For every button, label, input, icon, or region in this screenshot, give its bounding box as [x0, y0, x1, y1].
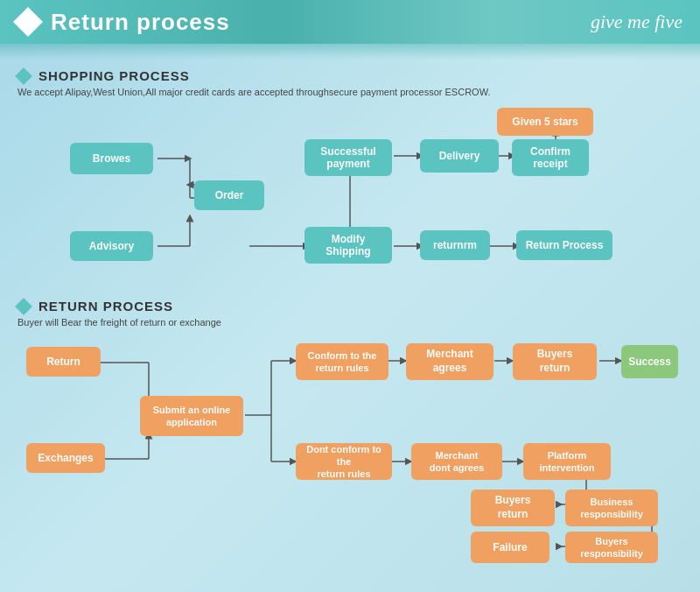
- box-order: Order: [194, 180, 264, 210]
- header: Return process give me five: [0, 0, 700, 44]
- header-icon: [13, 7, 43, 37]
- box-advisory: Advisory: [70, 231, 153, 261]
- box-dont-conform: Dont conform to the return rules: [296, 443, 392, 480]
- box-modify-shipping: Modify Shipping: [304, 227, 392, 264]
- page-title: Return process: [51, 9, 230, 36]
- box-successful-payment: Successful payment: [304, 139, 392, 176]
- box-confirm-receipt: Confirm receipt: [512, 139, 589, 176]
- box-return: Return: [26, 347, 101, 377]
- box-given-5-stars: Given 5 stars: [497, 108, 593, 136]
- box-buyers-return2: Buyers return: [471, 490, 555, 526]
- shopping-section-title: SHOPPING PROCESS: [38, 68, 190, 83]
- box-failure: Failure: [471, 532, 550, 563]
- box-browes: Browes: [70, 143, 153, 174]
- diamond-icon: [15, 67, 32, 85]
- box-merchant-dont: Merchant dont agrees: [411, 443, 502, 480]
- ribbon: [0, 44, 700, 60]
- box-returnrm: returnrm: [420, 230, 490, 260]
- box-buyers-resp: Buyers responsibility: [565, 532, 658, 563]
- box-conform-rules: Conform to the return rules: [296, 343, 388, 380]
- shopping-section: SHOPPING PROCESS We accept Alipay,West U…: [18, 68, 682, 307]
- box-submit-online: Submit an online application: [140, 396, 243, 436]
- return-subtitle: Buyer will Bear the freight of return or…: [18, 317, 682, 328]
- header-logo: give me five: [591, 11, 682, 33]
- shopping-subtitle: We accept Alipay,West Union,All major cr…: [18, 87, 682, 97]
- box-success: Success: [621, 345, 678, 378]
- box-merchant-agrees: Merchant agrees: [406, 343, 494, 380]
- box-buyers-return1: Buyers return: [513, 343, 597, 380]
- box-business-resp: Business responsibility: [565, 490, 658, 526]
- box-platform: Platform intervention: [523, 443, 611, 480]
- return-section: RETURN PROCESS Buyer will Bear the freig…: [18, 299, 682, 581]
- box-exchanges: Exchanges: [26, 443, 105, 473]
- box-return-process: Return Process: [516, 230, 612, 260]
- box-delivery: Delivery: [420, 139, 499, 173]
